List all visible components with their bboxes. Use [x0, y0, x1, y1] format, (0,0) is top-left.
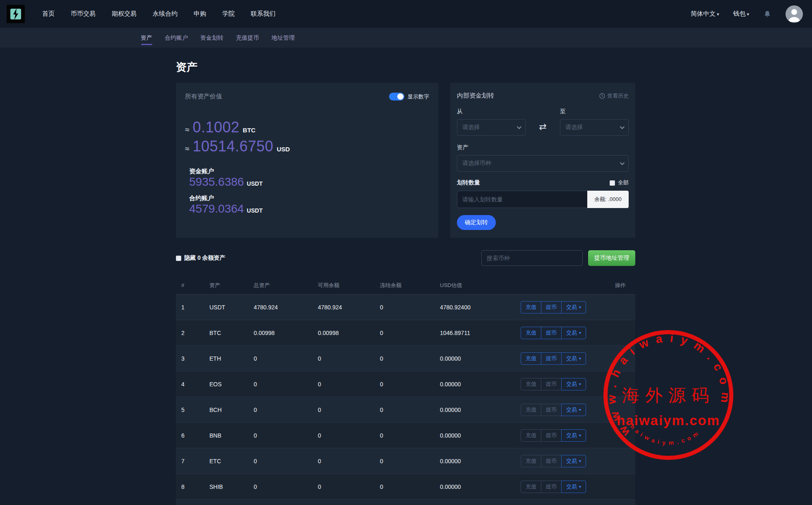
deposit-button[interactable]: 充值	[521, 404, 541, 416]
row-actions: 充值 提币 交易▾	[521, 481, 635, 493]
subtab-fund-transfer[interactable]: 资金划转	[200, 28, 223, 48]
trade-button[interactable]: 交易▾	[561, 455, 586, 467]
withdraw-button[interactable]: 提币	[541, 301, 562, 314]
view-history-link[interactable]: 查看历史	[599, 92, 629, 100]
from-select-placeholder: 请选择	[462, 124, 480, 131]
show-numbers-toggle[interactable]	[389, 93, 404, 101]
header-available: 可用余额	[318, 282, 380, 289]
stamp-center-cn: 海外源码	[622, 385, 715, 405]
approx-sign: ≈	[185, 144, 189, 153]
cell-total: 0	[254, 407, 318, 413]
transfer-all-checkbox[interactable]	[610, 180, 615, 186]
nav-item-academy[interactable]: 学院	[222, 10, 235, 18]
withdraw-button[interactable]: 提币	[541, 455, 562, 467]
usd-unit: USD	[277, 146, 290, 153]
withdraw-address-button[interactable]: 提币地址管理	[588, 250, 635, 266]
trade-button[interactable]: 交易▾	[561, 327, 586, 339]
subtab-contract-account[interactable]: 合约账户	[165, 28, 188, 48]
assets-table-header: # 资产 总资产 可用余额 冻结余额 USD估值 操作	[176, 276, 635, 294]
withdraw-button[interactable]: 提币	[541, 404, 562, 416]
cell-index: 4	[181, 381, 209, 388]
deposit-button[interactable]: 充值	[521, 455, 541, 467]
withdraw-button[interactable]: 提币	[541, 429, 562, 442]
chevron-down-icon	[517, 124, 521, 129]
search-coin-input[interactable]	[481, 250, 583, 266]
usd-total-value: 10514.6750	[192, 138, 273, 155]
chevron-down-icon	[620, 124, 625, 129]
transfer-all-label: 全部	[618, 179, 629, 187]
header-total: 总资产	[254, 282, 318, 289]
deposit-button[interactable]: 充值	[521, 481, 541, 493]
to-select[interactable]: 请选择	[560, 119, 629, 136]
wallet-dropdown[interactable]: 钱包▾	[733, 10, 749, 18]
approx-sign: ≈	[185, 125, 189, 134]
from-select[interactable]: 请选择	[457, 119, 526, 136]
to-label: 至	[560, 108, 629, 115]
swap-icon[interactable]: ⇄	[526, 122, 560, 136]
logo[interactable]	[7, 5, 25, 23]
asset-select[interactable]: 请选择币种	[457, 155, 629, 172]
from-label: 从	[457, 108, 526, 115]
nav-item-subscribe[interactable]: 申购	[194, 10, 206, 18]
hide-zero-checkbox[interactable]	[176, 256, 181, 261]
contract-account-label: 合约账户	[189, 194, 429, 202]
withdraw-button[interactable]: 提币	[541, 481, 562, 493]
chevron-down-icon: ▾	[579, 407, 581, 412]
deposit-button[interactable]: 充值	[521, 429, 541, 442]
row-actions: 充值 提币 交易▾	[521, 378, 635, 390]
chevron-down-icon	[620, 160, 625, 165]
row-actions: 充值 提币 交易▾	[521, 455, 635, 467]
nav-item-contact[interactable]: 联系我们	[251, 10, 276, 18]
trade-button[interactable]: 交易▾	[561, 378, 586, 390]
language-dropdown[interactable]: 简体中文▾	[691, 10, 719, 18]
trade-button[interactable]: 交易▾	[561, 481, 586, 493]
row-actions: 充值 提币 交易▾	[521, 352, 635, 365]
cell-index: 8	[181, 483, 209, 490]
cell-asset: USDT	[209, 304, 254, 311]
confirm-transfer-button[interactable]: 确定划转	[457, 215, 496, 230]
deposit-button[interactable]: 充值	[521, 327, 541, 339]
cell-index: 3	[181, 355, 209, 362]
subtab-deposit-withdraw[interactable]: 充值提币	[236, 28, 259, 48]
asset-select-placeholder: 请选择币种	[462, 160, 491, 167]
withdraw-button[interactable]: 提币	[541, 378, 562, 390]
withdraw-button[interactable]: 提币	[541, 327, 562, 339]
deposit-button[interactable]: 充值	[521, 301, 541, 314]
amount-input[interactable]	[457, 191, 587, 208]
subtab-address-manage[interactable]: 地址管理	[271, 28, 295, 48]
cell-asset: EOS	[209, 381, 254, 388]
cell-frozen: 0	[380, 330, 440, 336]
hide-zero-label: 隐藏 0 余额资产	[184, 254, 226, 262]
user-avatar[interactable]	[786, 5, 803, 23]
deposit-button[interactable]: 充值	[521, 378, 541, 390]
contract-account-value: 4579.0364	[189, 202, 244, 215]
cell-index: 1	[181, 304, 209, 311]
trade-button[interactable]: 交易▾	[561, 301, 586, 314]
cell-usd: 1046.89711	[440, 330, 521, 336]
deposit-button[interactable]: 充值	[521, 352, 541, 365]
cell-available: 0	[318, 381, 380, 388]
cell-asset: BTC	[209, 330, 254, 336]
wallet-label: 钱包	[733, 10, 745, 17]
trade-button[interactable]: 交易▾	[561, 429, 586, 442]
cell-asset: ETH	[209, 355, 254, 362]
cell-available: 0	[318, 407, 380, 413]
cell-frozen: 0	[380, 432, 440, 439]
nav-item-spot[interactable]: 币币交易	[71, 10, 96, 18]
withdraw-button[interactable]: 提币	[541, 352, 562, 365]
nav-item-perpetual[interactable]: 永续合约	[153, 10, 178, 18]
table-row: 4 EOS 0 0 0 0.00000 充值 提币 交易▾	[176, 371, 635, 397]
trade-button[interactable]: 交易▾	[561, 352, 586, 365]
trade-button[interactable]: 交易▾	[561, 404, 586, 416]
nav-item-home[interactable]: 首页	[42, 10, 55, 18]
table-row: 8 SHIB 0 0 0 0.00000 充值 提币 交易▾	[176, 474, 635, 500]
notification-bell-icon[interactable]	[763, 10, 771, 18]
chevron-down-icon: ▾	[579, 330, 581, 335]
cell-total: 4780.924	[254, 304, 318, 311]
cell-available: 0	[318, 458, 380, 464]
view-history-label: 查看历史	[607, 92, 629, 100]
nav-item-options[interactable]: 期权交易	[112, 10, 137, 18]
header-asset: 资产	[209, 282, 254, 289]
table-row: 5 BCH 0 0 0 0.00000 充值 提币 交易▾	[176, 397, 635, 423]
subtab-assets[interactable]: 资产	[141, 28, 152, 48]
